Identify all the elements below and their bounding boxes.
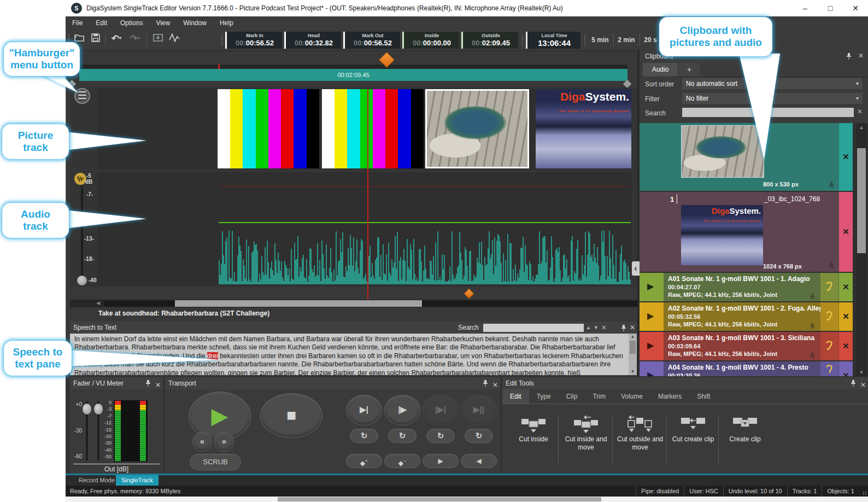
audio-waveform[interactable] (219, 229, 631, 284)
collapse-item-icon[interactable]: ≫ (828, 262, 835, 270)
fader-knob-left[interactable] (83, 404, 91, 415)
search-next-icon[interactable]: ▼ (594, 322, 599, 334)
page-scrollbar[interactable] (66, 497, 868, 502)
pin-icon[interactable] (846, 52, 852, 62)
menu-help[interactable]: Help (213, 19, 240, 27)
gain-slider-track[interactable] (81, 186, 83, 280)
tab-clip[interactable]: Clip (559, 389, 585, 404)
play-item-button[interactable]: ▶ (640, 302, 664, 331)
scrub-button[interactable]: SCRUB (190, 454, 241, 470)
remove-item-button[interactable]: ✕ (839, 302, 853, 331)
overview-strip[interactable] (79, 65, 627, 69)
menu-window[interactable]: Window (177, 19, 213, 27)
prelisten-button[interactable] (820, 273, 838, 301)
mark-in-field[interactable]: Mark In 00:00:56.52 (225, 32, 282, 49)
interval-2min-button[interactable]: 2 min (614, 32, 638, 48)
close-button[interactable]: ✕ (843, 0, 868, 16)
mark-out-field[interactable]: Mark Out 00:00:56.52 (343, 32, 400, 49)
tab-singletrack[interactable]: SingleTrack (116, 475, 159, 486)
remove-item-button[interactable]: ✕ (839, 192, 853, 272)
tab-volume[interactable]: Volume (613, 389, 650, 404)
timeline-scrollbar-thumb[interactable] (175, 300, 422, 307)
tab-edit[interactable]: Edit (502, 389, 529, 404)
remove-item-button[interactable]: ✕ (839, 332, 853, 360)
overview-position-bar[interactable]: 00:02:09.45 (79, 69, 627, 81)
prelisten-button[interactable] (820, 361, 838, 376)
picture-clip-colorbars-1[interactable] (218, 89, 319, 168)
waveform-icon[interactable] (167, 33, 181, 47)
tool-cut-inside[interactable]: Cut inside (509, 416, 558, 443)
loop-button[interactable]: ↻ (350, 429, 378, 443)
speech-search-input[interactable] (483, 324, 584, 332)
remove-item-button[interactable]: ✕ (839, 361, 853, 376)
clipboard-item-audio-1[interactable]: ▶ A01 Sonate Nr. 1 g-moll BWV 1001 - 1. … (640, 273, 853, 301)
panel-collapse-button[interactable]: ‹ (632, 261, 640, 276)
tab-shift[interactable]: Shift (689, 389, 718, 404)
toolbar-grip[interactable] (521, 34, 524, 46)
speech-scrollbar[interactable]: ▲ ▼ (629, 334, 637, 375)
resize-grip[interactable] (863, 491, 867, 495)
remove-item-button[interactable]: ✕ (839, 273, 853, 301)
search-prev-icon[interactable]: ▲ (586, 322, 591, 334)
add-marker-button[interactable]: ◆+ (346, 454, 382, 468)
loop-button[interactable]: ↻ (465, 429, 493, 443)
scroll-left-icon[interactable]: ◀ (96, 300, 100, 306)
speech-scrollbar-thumb[interactable] (630, 341, 636, 354)
menu-view[interactable]: View (149, 19, 177, 27)
timeline-scrollbar[interactable]: ◀ ▶ (70, 300, 637, 307)
play-to-mark-button[interactable]: ▶| (346, 395, 382, 425)
picture-clip-lizard[interactable] (425, 89, 529, 168)
interval-20s-button[interactable]: 20 s (641, 32, 660, 48)
collapse-item-icon[interactable]: ≫ (828, 182, 835, 189)
prelisten-button[interactable] (820, 302, 838, 331)
playhead-line[interactable] (367, 89, 368, 299)
close-pane-icon[interactable]: ✕ (630, 322, 635, 334)
redo-icon[interactable]: ↷▾ (128, 33, 142, 47)
tool-cut-outside-move[interactable]: Cut outside and move (614, 416, 666, 452)
tool-cut-create-clip[interactable]: Cut create clip (668, 416, 718, 443)
tab-type[interactable]: Type (529, 389, 559, 404)
head-field[interactable]: Head 00:00:32.82 (284, 32, 341, 49)
tab-trim[interactable]: Trim (585, 389, 613, 404)
page-scrollbar-thumb[interactable] (278, 497, 601, 501)
loop-button[interactable]: ↻ (388, 429, 417, 443)
undo-icon[interactable]: ↶▾ (109, 33, 124, 47)
play-item-button[interactable]: ▶ (640, 273, 664, 301)
maximize-button[interactable]: □ (818, 0, 843, 16)
picture-thumbnail[interactable]: DigaSystem. The Radio & TV Operating Sys… (681, 205, 763, 265)
loop-button[interactable]: ↻ (426, 429, 455, 443)
clipboard-item-audio-2[interactable]: ▶ A02 Sonate Nr. 1 g-moll BWV 1001 - 2. … (640, 302, 853, 331)
picture-clip-digasystem[interactable]: DigaSystem. The Radio & TV Operating Sys… (536, 89, 631, 168)
menu-options[interactable]: Options (114, 19, 149, 27)
interval-5min-button[interactable]: 5 min (588, 32, 612, 48)
close-pane-icon[interactable]: ✕ (858, 52, 864, 60)
play-from-mark-button[interactable]: |▶ (384, 395, 420, 425)
toolbar-grip[interactable] (221, 34, 223, 46)
clipboard-scrollbar[interactable]: ▲ ▼ (856, 123, 867, 376)
clipboard-tab-audio[interactable]: Audio (643, 63, 678, 77)
toolbar-grip[interactable] (584, 34, 586, 46)
clipboard-item-audio-3[interactable]: ▶ A03 Sonate Nr. 1 g-moll BWV 1001 - 3. … (640, 332, 853, 360)
tool-cut-inside-move[interactable]: Cut inside and move (560, 416, 612, 452)
forward-button[interactable]: » (214, 432, 234, 452)
outside-field[interactable]: Outside 00:02:09.45 (461, 32, 518, 49)
tab-record-mode[interactable]: Record Mode (73, 475, 120, 486)
tool-create-clip[interactable]: Create clip (720, 416, 770, 443)
play-item-button[interactable]: ▶ (640, 332, 664, 360)
delete-marker-button[interactable]: ◆− (384, 454, 420, 468)
search-clear-icon[interactable]: ✕ (601, 322, 606, 334)
clipboard-item-picture-2[interactable]: 1 _03_ibc_1024_768 DigaSystem. The Radio… (640, 192, 853, 272)
minimize-button[interactable]: – (793, 0, 818, 16)
prev-marker-button[interactable]: ◀ (461, 454, 497, 468)
collapse-item-icon[interactable]: ≫ (808, 293, 816, 300)
remove-item-button[interactable]: ✕ (839, 123, 853, 191)
next-marker-button[interactable]: ▶ (423, 454, 459, 468)
audio-track-icon[interactable] (74, 173, 86, 185)
save-icon[interactable] (89, 33, 103, 47)
gain-line-green[interactable] (219, 222, 631, 223)
collapse-item-icon[interactable]: ≫ (808, 352, 816, 359)
clipboard-scrollbar-thumb[interactable] (857, 148, 866, 253)
inside-field[interactable]: Inside 00:00:00.00 (402, 32, 459, 49)
menu-edit[interactable]: Edit (89, 19, 114, 27)
fader-knob-right[interactable] (94, 404, 103, 415)
